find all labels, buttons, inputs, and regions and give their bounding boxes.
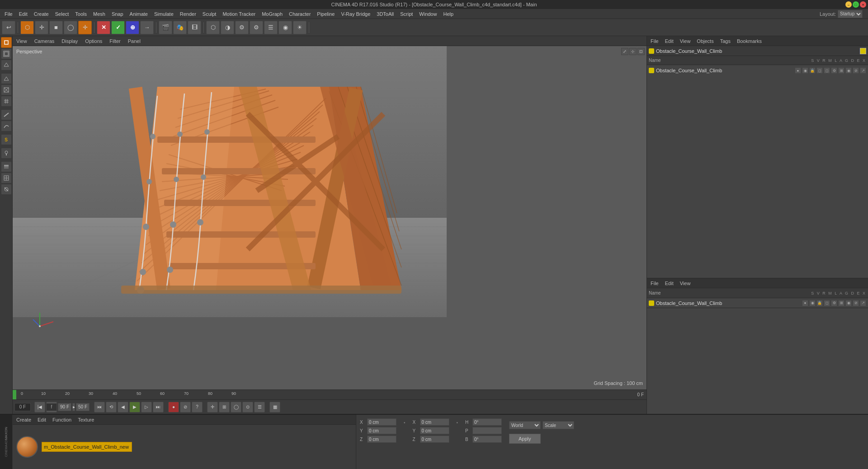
layer-btn[interactable] xyxy=(1,161,12,172)
menu-sculpt[interactable]: Sculpt xyxy=(200,10,219,18)
timeline-window-btn[interactable]: ☰ xyxy=(254,402,265,413)
vp-ctrl-3[interactable]: ⊡ xyxy=(637,48,645,55)
knife-btn[interactable] xyxy=(1,184,12,195)
menu-motion-tracker[interactable]: Motion Tracker xyxy=(220,10,258,18)
om-menu-edit[interactable]: Edit xyxy=(663,38,675,45)
menu-character[interactable]: Character xyxy=(286,10,313,18)
am-menu-file[interactable]: File xyxy=(649,280,660,287)
menu-mograph[interactable]: MoGraph xyxy=(259,10,285,18)
axis-x-button[interactable]: ✕ xyxy=(97,21,110,34)
end-frame-field-2[interactable]: 50 F xyxy=(76,403,90,411)
key-selection-btn[interactable]: ? xyxy=(192,402,203,413)
mat-menu-edit[interactable]: Edit xyxy=(36,416,48,423)
rot-x-input[interactable] xyxy=(420,418,449,426)
menu-window[interactable]: Window xyxy=(416,10,439,18)
snap-btn[interactable]: ✛ xyxy=(207,402,218,413)
scale-p-input[interactable] xyxy=(472,427,502,434)
am-menu-edit[interactable]: Edit xyxy=(663,280,675,287)
pos-y-input[interactable] xyxy=(367,427,396,434)
om-tag-icon-5[interactable]: ◉ xyxy=(845,67,852,74)
menu-simulate[interactable]: Simulate xyxy=(151,10,176,18)
om-tag-icon-3[interactable]: ⚙ xyxy=(831,67,837,74)
menu-file[interactable]: File xyxy=(2,10,15,18)
om-menu-bookmarks[interactable]: Bookmarks xyxy=(735,38,764,45)
om-menu-view[interactable]: View xyxy=(678,38,693,45)
record-btn[interactable] xyxy=(46,402,57,413)
perspective-btn[interactable] xyxy=(1,73,12,84)
pos-x-input[interactable] xyxy=(367,418,396,426)
menu-pipeline[interactable]: Pipeline xyxy=(314,10,337,18)
shading-btn-7[interactable]: ☀ xyxy=(293,21,307,34)
frame-field[interactable]: 0 F xyxy=(14,403,31,411)
scale-h-input[interactable] xyxy=(472,418,502,426)
rot-z-input[interactable] xyxy=(420,436,449,443)
scale-button[interactable]: ■ xyxy=(49,21,63,34)
am-icon-5[interactable]: ⚙ xyxy=(831,300,837,306)
am-icon-6[interactable]: ⊞ xyxy=(838,300,844,306)
menu-edit[interactable]: Edit xyxy=(16,10,30,18)
am-icon-2[interactable]: ◉ xyxy=(809,300,816,306)
menu-render[interactable]: Render xyxy=(177,10,199,18)
menu-select[interactable]: Select xyxy=(52,10,72,18)
shading-btn-1[interactable]: ⬡ xyxy=(206,21,220,34)
layout-dropdown[interactable]: Startup xyxy=(838,10,863,18)
vp-menu-filter[interactable]: Filter xyxy=(108,38,122,45)
vp-menu-display[interactable]: Display xyxy=(60,38,80,45)
om-lock-icon[interactable]: 🔒 xyxy=(809,67,816,74)
menu-animate[interactable]: Animate xyxy=(127,10,151,18)
end-frame-field[interactable]: 90 F xyxy=(58,403,71,411)
material-name-input[interactable] xyxy=(42,442,132,452)
mat-menu-create[interactable]: Create xyxy=(14,416,33,423)
menu-vray[interactable]: V-Ray Bridge xyxy=(338,10,373,18)
axis-all-button[interactable]: → xyxy=(140,21,154,34)
menu-create[interactable]: Create xyxy=(31,10,52,18)
render-settings-btn[interactable]: 🎞 xyxy=(188,21,201,34)
am-icon-4[interactable]: ◻ xyxy=(824,300,830,306)
sculpt-brush[interactable] xyxy=(1,148,12,159)
om-menu-tags[interactable]: Tags xyxy=(718,38,732,45)
axis-z-button[interactable]: ⊕ xyxy=(126,21,139,34)
shading-btn-5[interactable]: ☰ xyxy=(264,21,278,34)
menu-script[interactable]: Script xyxy=(397,10,415,18)
om-tag-icon-2[interactable]: ◻ xyxy=(824,67,830,74)
menu-3dtoall[interactable]: 3DToAll xyxy=(374,10,396,18)
axis-y-button[interactable]: ✓ xyxy=(111,21,125,34)
apply-button[interactable]: Apply xyxy=(509,434,541,444)
vp-menu-options[interactable]: Options xyxy=(83,38,104,45)
scale-b-input[interactable] xyxy=(472,436,502,443)
om-tag-icon-4[interactable]: ⊞ xyxy=(838,67,844,74)
vp-menu-view[interactable]: View xyxy=(14,38,29,45)
am-icon-7[interactable]: ◉ xyxy=(845,300,852,306)
dope-sheet-btn[interactable]: ▦ xyxy=(269,402,280,413)
play-forward-btn[interactable]: ▶ xyxy=(129,402,140,413)
vp-menu-panel[interactable]: Panel xyxy=(126,38,142,45)
play-fwd-btn2[interactable]: ▷ xyxy=(141,402,152,413)
spline-btn[interactable] xyxy=(1,121,12,131)
texture-btn[interactable] xyxy=(1,173,12,183)
record-key-btn[interactable]: ● xyxy=(168,402,179,413)
menu-snap[interactable]: Snap xyxy=(109,10,126,18)
rotate-button[interactable]: ◯ xyxy=(64,21,77,34)
play-back-btn[interactable]: ⟲ xyxy=(106,402,117,413)
snap-to-frame-btn[interactable]: ⊞ xyxy=(219,402,230,413)
motion-blur-btn[interactable]: ◯ xyxy=(231,402,241,413)
wireframe-btn[interactable] xyxy=(1,84,12,95)
sculpt-tool-s[interactable]: S xyxy=(1,134,12,145)
render-to-picture-viewer-btn[interactable]: 🎬 xyxy=(159,21,172,34)
play-start-btn[interactable]: |◀ xyxy=(34,402,45,413)
om-render-icon[interactable]: ◉ xyxy=(802,67,808,74)
polygon-mode-btn[interactable] xyxy=(1,60,12,70)
om-tag-icon-7[interactable]: ↗ xyxy=(860,67,866,74)
om-tag-icon-6[interactable]: ⊘ xyxy=(853,67,859,74)
vp-ctrl-1[interactable]: ⤢ xyxy=(621,48,628,55)
om-menu-file[interactable]: File xyxy=(649,38,660,45)
line-btn[interactable] xyxy=(1,109,12,120)
shading-btn-6[interactable]: ◉ xyxy=(278,21,292,34)
rot-y-input[interactable] xyxy=(420,427,449,434)
am-icon-1[interactable]: ● xyxy=(802,300,808,306)
menu-mesh[interactable]: Mesh xyxy=(90,10,108,18)
go-to-end-btn[interactable]: ⏭ xyxy=(153,402,164,413)
om-object-row-0[interactable]: Obstacle_Course_Wall_Climb ● ◉ 🔒 ◻ ◻ ⚙ ⊞… xyxy=(647,66,868,75)
am-icon-9[interactable]: ↗ xyxy=(860,300,866,306)
render-in-vp-btn[interactable]: 🎭 xyxy=(173,21,187,34)
